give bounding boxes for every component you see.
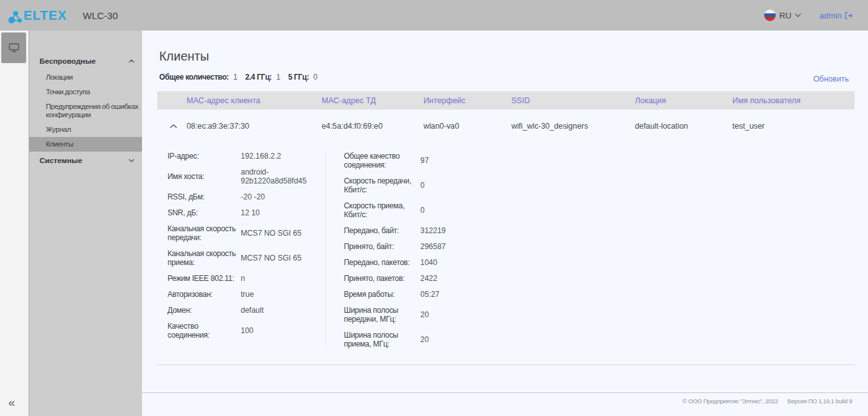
details-col-right: Общее качество соединения:97Скорость пер… xyxy=(326,152,600,355)
sidebar-item-1[interactable]: Точки доступа xyxy=(29,85,142,99)
detail-row: SNR, дБ:12 10 xyxy=(167,208,325,217)
collapse-sidebar-button[interactable]: « xyxy=(8,396,15,410)
detail-row: Имя хоста:android-92b1220a8d58fd45 xyxy=(167,168,325,185)
version-text: Версия ПО 1.19.1 build 9 xyxy=(788,398,852,405)
product-name: WLC-30 xyxy=(83,10,118,21)
detail-value: 0 xyxy=(420,181,600,190)
detail-value: 296587 xyxy=(420,242,600,251)
sidebar: БеспроводныеЛокацииТочки доступаПредупре… xyxy=(29,31,142,416)
column-header-3[interactable]: SSID xyxy=(511,96,635,105)
sidebar-item-4[interactable]: Клиенты xyxy=(29,137,142,152)
clients-summary: Общее количество:12.4 ГГц:15 ГГц:0 xyxy=(159,73,325,82)
detail-label: Качество соединения: xyxy=(167,322,239,340)
language-label: RU xyxy=(779,11,792,20)
detail-label: Ширина полосы приема, МГц: xyxy=(344,331,415,348)
detail-value: 2422 xyxy=(420,274,600,283)
chevron-up-icon xyxy=(129,59,134,63)
column-header-0[interactable]: МАС-адрес клиента xyxy=(187,96,322,105)
collapse-row-icon[interactable] xyxy=(157,124,187,128)
sidebar-item-label: Журнал xyxy=(46,126,71,134)
client-row[interactable]: 08:ec:a9:3e:37:30e4:5a:d4:f0:69:e0wlan0-… xyxy=(157,110,855,142)
detail-row: Авторизован:true xyxy=(167,290,325,299)
detail-value: 12 10 xyxy=(241,208,325,217)
detail-value: -20 -20 xyxy=(241,192,325,201)
column-header-4[interactable]: Локация xyxy=(635,96,732,105)
detail-label: Канальная скорость передачи: xyxy=(167,224,239,242)
detail-row: Канальная скорость передачи:MCS7 NO SGI … xyxy=(167,224,325,242)
sidebar-item-label: Предупреждения об ошибках конфигурации xyxy=(46,103,141,119)
detail-label: Передано, пакетов: xyxy=(344,258,415,267)
detail-label: Скорость передачи, Кбит/с: xyxy=(344,176,415,194)
left-rail: « xyxy=(0,31,29,416)
refresh-button[interactable]: Обновить xyxy=(813,75,849,83)
sidebar-section-label: Беспроводные xyxy=(39,57,96,66)
sidebar-section-label: Системные xyxy=(39,156,82,165)
sidebar-section-0[interactable]: Беспроводные xyxy=(29,52,142,70)
detail-row: Скорость передачи, Кбит/с:0 xyxy=(344,176,600,194)
detail-label: Авторизован: xyxy=(167,290,239,299)
cell-ssid: wifi_wlc-30_designers xyxy=(511,122,635,131)
detail-row: Качество соединения:100 xyxy=(167,322,325,340)
main-content: Клиенты Общее количество:12.4 ГГц:15 ГГц… xyxy=(142,31,868,416)
chevron-down-icon xyxy=(129,159,134,162)
detail-value: 1040 xyxy=(420,258,600,267)
summary-label: Общее количество: xyxy=(159,73,229,82)
logo-text: ELTEX xyxy=(24,8,67,23)
detail-label: Канальная скорость приема: xyxy=(167,249,239,267)
detail-row: Режим IEEE 802.11:n xyxy=(167,274,325,283)
detail-value: 312219 xyxy=(420,226,600,235)
detail-value: true xyxy=(241,290,325,299)
detail-value: MCS7 NO SGI 65 xyxy=(241,254,325,262)
column-header-5[interactable]: Имя пользователя xyxy=(732,96,855,105)
summary-label: 5 ГГц: xyxy=(288,73,309,82)
detail-row: Ширина полосы приема, МГц:20 xyxy=(344,331,600,348)
sidebar-item-label: Клиенты xyxy=(46,140,73,148)
sidebar-item-3[interactable]: Журнал xyxy=(29,122,142,137)
logout-icon[interactable] xyxy=(844,11,853,20)
detail-row: Передано, байт:312219 xyxy=(344,226,600,235)
detail-value: 20 xyxy=(420,335,600,344)
flag-ru-icon xyxy=(764,10,776,21)
detail-row: IP-адрес:192.168.2.2 xyxy=(167,152,325,161)
detail-row: RSSI, дБм:-20 -20 xyxy=(167,192,325,201)
copyright-text: © ООО Предприятие "Элтекс", 2022 xyxy=(683,398,778,405)
eltex-logo-icon xyxy=(8,10,22,24)
detail-value: 20 xyxy=(420,310,600,319)
cell-location: default-location xyxy=(635,122,732,131)
user-menu[interactable]: admin xyxy=(820,11,853,20)
client-details: IP-адрес:192.168.2.2Имя хоста:android-92… xyxy=(157,142,855,365)
sidebar-item-label: Локации xyxy=(46,73,73,82)
sidebar-item-0[interactable]: Локации xyxy=(29,70,142,85)
detail-label: RSSI, дБм: xyxy=(167,192,239,201)
detail-label: Скорость приема, Кбит/с: xyxy=(344,201,415,219)
detail-row: Передано, пакетов:1040 xyxy=(344,258,600,267)
column-header-1[interactable]: МАС-адрес ТД xyxy=(322,96,423,105)
cell-ap_mac: e4:5a:d4:f0:69:e0 xyxy=(322,122,423,131)
monitoring-button[interactable] xyxy=(1,32,26,63)
detail-row: Скорость приема, Кбит/с:0 xyxy=(344,201,600,219)
detail-label: Время работы: xyxy=(344,290,415,299)
summary-value: 0 xyxy=(313,73,318,82)
detail-row: Принято, байт:296587 xyxy=(344,242,600,251)
detail-label: Домен: xyxy=(167,306,239,315)
clients-table-header: МАС-адрес клиентаМАС-адрес ТДИнтерфейсSS… xyxy=(157,91,855,110)
detail-label: Ширина полосы передачи, МГц: xyxy=(344,306,415,324)
detail-value: android-92b1220a8d58fd45 xyxy=(241,168,325,185)
detail-row: Ширина полосы передачи, МГц:20 xyxy=(344,306,600,324)
detail-label: Принято, пакетов: xyxy=(344,274,415,283)
detail-label: Режим IEEE 802.11: xyxy=(167,274,239,283)
sidebar-item-2[interactable]: Предупреждения об ошибках конфигурации xyxy=(29,99,142,122)
cell-iface: wlan0-va0 xyxy=(423,122,511,131)
detail-row: Принято, пакетов:2422 xyxy=(344,274,600,283)
sidebar-nav: БеспроводныеЛокацииТочки доступаПредупре… xyxy=(29,52,142,169)
summary-label: 2.4 ГГц: xyxy=(245,73,272,82)
username-label: admin xyxy=(820,11,842,20)
detail-label: Общее качество соединения: xyxy=(344,152,415,169)
column-header-2[interactable]: Интерфейс xyxy=(423,96,511,105)
sidebar-section-1[interactable]: Системные xyxy=(29,152,142,169)
detail-row: Общее качество соединения:97 xyxy=(344,152,600,169)
language-switcher[interactable]: RU xyxy=(764,10,801,21)
summary-value: 1 xyxy=(276,73,281,82)
detail-value: MCS7 NO SGI 65 xyxy=(241,229,325,238)
detail-value: default xyxy=(241,306,325,315)
